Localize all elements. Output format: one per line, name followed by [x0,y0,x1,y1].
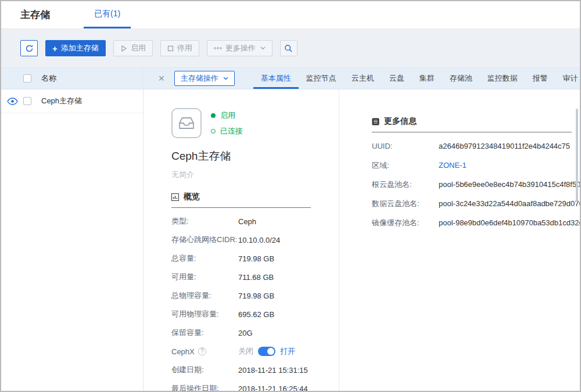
more-info-heading-label: 更多信息 [384,116,417,127]
refresh-icon [25,44,34,53]
status-list: 启用 已连接 [211,108,243,136]
field-label: 可用量: [171,272,238,282]
detail-left-column: 启用 已连接 Ceph主存储 无简介 [144,89,339,391]
search-icon [284,44,293,53]
detail-panel: ✕ 主存储操作 基本属性 监控节点 云主机 云盘 集群 存储池 监控数据 报警 [144,68,580,391]
name-column-header: 名称 [41,73,56,84]
info-label: 数据云盘池名: [372,199,439,209]
tab-audit[interactable]: 审计 [555,68,581,89]
more-info-fields: UUID: a2646b97912348419011f2e4b4244c75 区… [372,136,572,232]
info-label: 镜像缓存池名: [372,218,439,228]
tab-monitor-nodes[interactable]: 监控节点 [299,68,344,89]
eye-icon[interactable] [7,98,18,105]
field-label: CephX ? [171,347,238,356]
more-info-icon [372,118,379,125]
field-label: 保留容量: [171,328,238,338]
field-value: 2018-11-21 15:31:15 [238,366,308,375]
tab-clusters[interactable]: 集群 [412,68,442,89]
tab-storage-pools[interactable]: 存储池 [442,68,480,89]
connected-dot-icon [211,129,216,134]
field-label: 类型: [171,216,238,226]
tab-vm-instances[interactable]: 云主机 [344,68,382,89]
tab-volumes[interactable]: 云盘 [382,68,412,89]
enabled-dot-icon [211,113,216,118]
overview-fields: 类型: Ceph 存储心跳网络CIDR: 10.10.0.0/24 总容量: 7… [171,212,328,391]
detail-right-column: 更多信息 UUID: a2646b97912348419011f2e4b4244… [339,89,580,391]
tab-existing[interactable]: 已有(1) [84,1,131,28]
info-value: pool-3c24e33d22a544d0aaf8adbe729d0760 [439,199,580,208]
close-icon[interactable]: ✕ [156,73,167,84]
detail-header-row: ✕ 主存储操作 基本属性 监控节点 云主机 云盘 集群 存储池 监控数据 报警 [144,68,580,89]
info-label: 根云盘池名: [372,179,439,190]
cephx-label-text: CephX [171,347,195,356]
field-value: Ceph [238,217,256,226]
stop-icon [167,45,174,52]
play-icon [120,45,127,52]
cephx-toggle[interactable] [258,347,275,356]
zone-link[interactable]: ZONE-1 [439,161,467,170]
list-header-row: 名称 [1,68,143,89]
overview-icon [171,193,179,201]
info-row-uuid: UUID: a2646b97912348419011f2e4b4244c75 [372,136,572,156]
status-enabled: 启用 [211,110,243,121]
page-header: 主存储 已有(1) [1,1,580,29]
field-row-last-op-date: 最后操作日期: 2018-11-21 16:25:44 [171,379,328,391]
plus-icon: + [52,44,58,53]
chevron-down-icon [223,77,228,80]
field-label: 最后操作日期: [171,383,238,391]
field-label: 创建日期: [171,365,238,375]
cephx-control: 关闭 打开 [238,346,295,357]
more-actions-label: 更多操作 [225,43,256,53]
detail-body: 启用 已连接 Ceph主存储 无简介 [144,89,580,391]
storage-row-name: Ceph主存储 [41,96,82,106]
field-value: 719.98 GB [238,254,274,263]
enable-button[interactable]: 启用 [113,40,153,56]
field-value: 719.98 GB [238,292,274,300]
info-label: 区域: [372,160,439,171]
field-row-total-physical: 总物理容量: 719.98 GB [171,286,328,305]
tab-basic-properties[interactable]: 基本属性 [253,68,299,89]
main-area: 名称 Ceph主存储 ✕ 主存储操作 [1,68,580,391]
help-icon[interactable]: ? [198,347,206,355]
chevron-down-icon [260,46,266,50]
more-actions-button[interactable]: 更多操作 [207,40,272,56]
add-primary-storage-button[interactable]: + 添加主存储 [45,40,106,56]
overview-section-heading: 概览 [171,192,311,208]
info-value: pool-98e9bd0e6def4b10970ba53db1cd32ec [439,218,580,227]
search-button[interactable] [280,40,297,56]
info-value: pool-5b6e9ee0e8ec4b74b3910415c4f8f500 [439,180,580,189]
field-row-available-physical: 可用物理容量: 695.62 GB [171,305,328,323]
overview-heading-label: 概览 [184,192,200,202]
refresh-button[interactable] [20,40,38,56]
field-value: 20G [238,329,253,337]
field-value: 10.10.0.0/24 [238,236,280,244]
table-row[interactable]: Ceph主存储 [1,89,143,113]
tab-alerts[interactable]: 报警 [525,68,555,89]
cephx-row: CephX ? 关闭 打开 [171,342,328,361]
storage-actions-label: 主存储操作 [181,73,218,84]
field-label: 总物理容量: [171,290,238,301]
row-checkbox[interactable] [23,97,31,105]
field-value: 695.62 GB [238,310,274,319]
enable-button-label: 启用 [131,43,146,53]
status-connected-label: 已连接 [220,126,243,136]
field-row-total-capacity: 总容量: 719.98 GB [171,249,328,268]
add-button-label: 添加主存储 [61,43,99,53]
field-row-reserved-capacity: 保留容量: 20G [171,323,328,342]
field-label: 可用物理容量: [171,309,238,319]
info-value: a2646b97912348419011f2e4b4244c75 [439,142,570,150]
select-all-checkbox[interactable] [23,74,31,82]
scrollbar[interactable] [576,109,578,202]
tab-monitor-data[interactable]: 监控数据 [480,68,525,89]
field-row-available-capacity: 可用量: 711.68 GB [171,268,328,286]
storage-actions-button[interactable]: 主存储操作 [174,71,235,86]
detail-description: 无简介 [171,170,328,180]
cephx-off-label: 关闭 [238,346,253,357]
field-row-type: 类型: Ceph [171,212,328,231]
field-label: 总容量: [171,253,238,264]
dots-icon [214,47,222,49]
info-row-image-cache-pool: 镜像缓存池名: pool-98e9bd0e6def4b10970ba53db1c… [372,213,572,232]
disable-button[interactable]: 停用 [160,40,199,56]
status-connected: 已连接 [211,126,243,136]
disable-button-label: 停用 [177,43,192,53]
